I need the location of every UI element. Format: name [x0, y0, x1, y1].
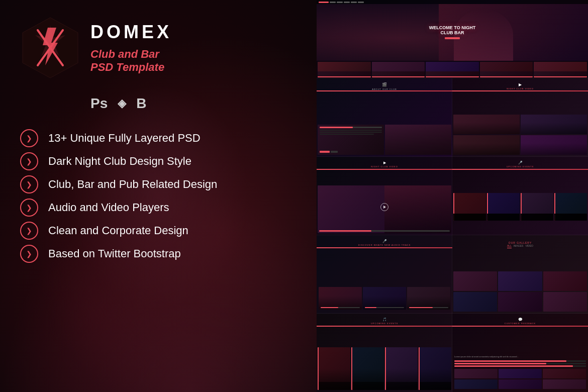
preview-video: ▶ NIGHT CLUB VIDEO	[452, 78, 588, 157]
feedback-fill-1	[454, 360, 566, 362]
feature-item-dark: Dark Night Club Design Style	[20, 152, 297, 170]
audio-bar-3	[409, 307, 448, 308]
preview-audio: 🎤 DISCOVER WHATS NEW AUDIO TRACK	[317, 235, 452, 314]
about-icon: 🎬	[317, 82, 452, 87]
audio-progress-2	[365, 307, 376, 308]
video2-play-btn	[380, 203, 388, 211]
vid-photo-2	[521, 115, 587, 134]
gallery-cell-1	[453, 271, 497, 291]
mini-card-2	[372, 62, 425, 77]
video-strip	[452, 90, 588, 91]
feature-text-bootstrap: Based on Twitter Bootstrap	[48, 247, 181, 260]
feature-text-clean: Clean and Corporate Design	[48, 224, 188, 237]
mini-hero-cta	[445, 37, 460, 39]
nav-logo	[319, 2, 329, 3]
mini-card-4	[480, 62, 533, 77]
mini-cards-row	[317, 61, 588, 78]
feature-text-psd: 13+ Unique Fully Layered PSD	[48, 132, 201, 145]
feature-item-audio: Audio and Video Players	[20, 199, 297, 217]
audio-thumb-2	[363, 287, 406, 310]
nav-item1	[330, 2, 336, 3]
feature-icon-club	[20, 175, 38, 193]
left-panel: DOMEX Club and Bar PSD Template Ps ◈ B 1…	[0, 0, 317, 392]
gallery-header: OUR GALLERY	[452, 239, 588, 244]
events-cards	[453, 193, 587, 233]
events2-strip	[317, 326, 452, 327]
h-sep-5	[452, 235, 588, 235]
event-accent-2	[487, 193, 488, 221]
nav-item5	[358, 2, 364, 3]
v-sep-2	[452, 78, 452, 157]
bootstrap-icon: B	[136, 95, 146, 112]
audio-progress-3	[409, 307, 433, 308]
feedback-header: 💬 CUSTOMER FEEDBACK	[452, 318, 588, 325]
video-section-header: ▶ NIGHT CLUB VIDEO	[452, 82, 588, 90]
feedback-bar-1	[454, 360, 586, 362]
mini-hero-title: WELCOME TO NIGHTCLUB BAR	[429, 26, 475, 36]
events-strip	[452, 169, 588, 170]
audio-thumb-3	[407, 287, 450, 310]
v-sep-4	[452, 157, 452, 235]
logo-text-area: DOMEX Club and Bar PSD Template	[90, 22, 172, 74]
gallery-cell-6	[543, 292, 587, 312]
events2-icon: 🎵	[317, 318, 452, 322]
vid-photo-4	[521, 135, 587, 155]
video-play-icon: ▶	[452, 82, 588, 87]
feedback-title: CUSTOMER FEEDBACK	[452, 322, 588, 325]
audio-section-title: DISCOVER WHATS NEW AUDIO TRACK	[317, 244, 452, 246]
feature-item-clean: Clean and Corporate Design	[20, 222, 297, 240]
photoshop-icon: Ps	[90, 95, 108, 112]
feature-text-club: Club, Bar and Pub Related Design	[48, 178, 217, 191]
feedback-fill-3	[454, 365, 573, 367]
tagline: Club and Bar PSD Template	[90, 48, 172, 74]
mini-nav	[317, 0, 588, 4]
feedback-bar-2	[454, 363, 586, 364]
feedback-fill-2	[454, 363, 546, 364]
feature-item-bootstrap: Based on Twitter Bootstrap	[20, 245, 297, 263]
v-sep-6	[452, 235, 452, 314]
feature-text-audio: Audio and Video Players	[48, 201, 169, 214]
feature-icon-bootstrap	[20, 245, 38, 263]
logo-badge	[20, 15, 80, 80]
events2-title: UPCOMING EVENTS	[317, 322, 452, 325]
events2-header: 🎵 UPCOMING EVENTS	[317, 318, 452, 325]
feedback-bars	[454, 360, 586, 367]
event-card-3	[521, 193, 553, 221]
events-icon: 🎤	[452, 161, 588, 165]
logo-wordmark: DOMEX	[90, 22, 172, 43]
about-title: ABOUT OUR CLUB	[317, 88, 452, 90]
feature-text-dark: Dark Night Club Design Style	[48, 155, 191, 168]
feature-list: 13+ Unique Fully Layered PSD Dark Night …	[20, 129, 297, 263]
audio-bar-2	[365, 307, 404, 308]
gallery-cell-5	[498, 292, 542, 312]
video-title: NIGHT CLUB VIDEO	[452, 87, 588, 90]
mini-hero: WELCOME TO NIGHTCLUB BAR	[317, 4, 588, 61]
h-sep-3	[452, 156, 588, 157]
audio-strip	[317, 247, 452, 248]
tool-icons: Ps ◈ B	[20, 95, 297, 112]
event-card-4	[554, 193, 587, 221]
video2-title: NIGHT CLUB VIDEO	[317, 165, 452, 168]
audio-section-header: 🎤 DISCOVER WHATS NEW AUDIO TRACK	[317, 239, 452, 246]
feedback-bar-3	[454, 365, 586, 367]
preview-hero-inner: WELCOME TO NIGHTCLUB BAR	[317, 0, 588, 78]
logo-area: DOMEX Club and Bar PSD Template	[20, 15, 297, 80]
about-section-header: 🎬 ABOUT OUR CLUB	[317, 82, 452, 90]
feature-item-psd: 13+ Unique Fully Layered PSD	[20, 129, 297, 147]
gallery-cell-4	[453, 292, 497, 312]
mini-card-5	[534, 62, 587, 77]
vid-photo-1	[453, 115, 520, 134]
gallery-cell-2	[498, 271, 542, 291]
events-header: 🎤 UPCOMING EVENTS	[452, 161, 588, 168]
mini-hero-text: WELCOME TO NIGHTCLUB BAR	[429, 26, 475, 39]
h-sep-6	[317, 313, 452, 314]
event-accent-3	[521, 193, 522, 221]
mini-card-1	[318, 62, 371, 77]
gallery-cell-3	[543, 271, 587, 291]
feedback-strip	[452, 326, 588, 327]
h-sep-2	[317, 156, 452, 157]
feature-item-club: Club, Bar and Pub Related Design	[20, 175, 297, 193]
h-sep-4	[317, 235, 452, 235]
preview-gallery: OUR GALLERY ALL IMAGES VIDEO	[452, 235, 588, 314]
audio-bar-1	[321, 307, 360, 308]
